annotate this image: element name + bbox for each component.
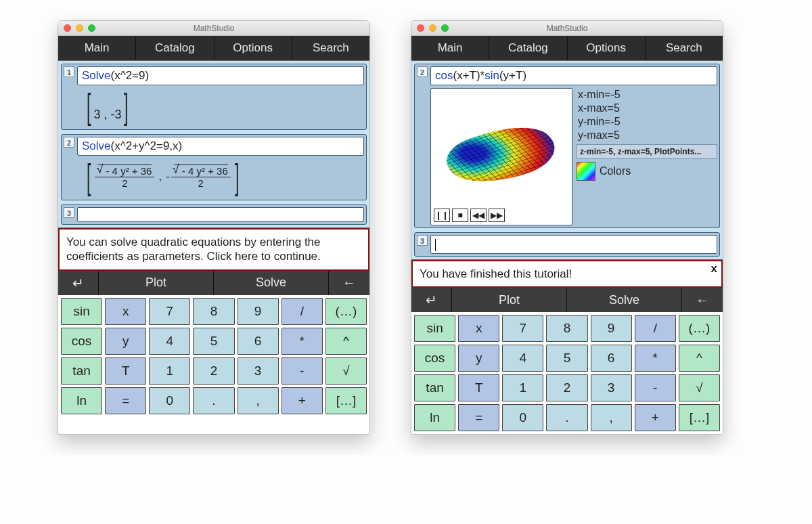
enter-button[interactable]: ↵ bbox=[58, 271, 99, 295]
key-7[interactable]: 7 bbox=[502, 315, 543, 342]
key-2[interactable]: 2 bbox=[546, 374, 587, 401]
key-[interactable]: * bbox=[281, 328, 323, 355]
key-y[interactable]: y bbox=[105, 328, 146, 355]
key-cos[interactable]: cos bbox=[61, 328, 102, 355]
param-extra[interactable]: z-min=-5, z-max=5, PlotPoints... bbox=[577, 144, 717, 159]
cell-1[interactable]: 1 Solve(x^2=9) [3 , -3] bbox=[61, 64, 367, 130]
key-y[interactable]: y bbox=[458, 345, 499, 372]
colors-label[interactable]: Colors bbox=[600, 165, 631, 177]
cell-output: [ - 4 y² + 36 2 , - - 4 y² + 36 2 bbox=[77, 156, 364, 198]
key-5[interactable]: 5 bbox=[546, 345, 587, 372]
close-tutorial-button[interactable]: x bbox=[711, 261, 717, 276]
key-1[interactable]: 1 bbox=[149, 357, 190, 385]
tab-options[interactable]: Options bbox=[215, 36, 292, 60]
key-[interactable]: = bbox=[105, 387, 146, 414]
expression-input[interactable]: Solve(x^2+y^2=9,x) bbox=[77, 137, 364, 156]
cell-3[interactable]: 3 bbox=[61, 204, 367, 225]
key-[interactable]: (…) bbox=[679, 315, 720, 342]
key-5[interactable]: 5 bbox=[193, 328, 234, 355]
plot-button[interactable]: Plot bbox=[99, 271, 214, 295]
key-[interactable]: - bbox=[635, 374, 676, 401]
cell-2[interactable]: 2 cos(x+T)*sin(y+T) ❙❙ ■ bbox=[414, 64, 720, 228]
key-[interactable]: + bbox=[281, 387, 323, 414]
plot-3d-surface[interactable] bbox=[434, 91, 569, 206]
tab-options[interactable]: Options bbox=[568, 36, 646, 60]
key-tan[interactable]: tan bbox=[414, 374, 455, 401]
param-xmin[interactable]: x-min=-5 bbox=[577, 88, 717, 102]
key-[interactable]: , bbox=[591, 404, 632, 431]
param-ymin[interactable]: y-min=-5 bbox=[577, 115, 717, 129]
solve-button[interactable]: Solve bbox=[214, 271, 329, 295]
key-x[interactable]: x bbox=[458, 315, 499, 342]
expression-input[interactable]: cos(x+T)*sin(y+T) bbox=[430, 66, 717, 85]
solve-button[interactable]: Solve bbox=[567, 288, 682, 312]
param-xmax[interactable]: x-max=5 bbox=[577, 102, 717, 115]
key-[interactable]: (…) bbox=[325, 298, 367, 325]
key-3[interactable]: 3 bbox=[238, 357, 279, 385]
key-[interactable]: […] bbox=[325, 387, 367, 414]
tab-main[interactable]: Main bbox=[58, 36, 136, 60]
plot-button[interactable]: Plot bbox=[452, 288, 567, 312]
key-6[interactable]: 6 bbox=[591, 345, 632, 372]
key-8[interactable]: 8 bbox=[546, 315, 587, 342]
param-ymax[interactable]: y-max=5 bbox=[577, 129, 717, 142]
key-[interactable]: ^ bbox=[325, 328, 367, 355]
key-3[interactable]: 3 bbox=[591, 374, 632, 401]
key-4[interactable]: 4 bbox=[149, 328, 190, 355]
key-0[interactable]: 0 bbox=[149, 387, 190, 414]
tutorial-text: You have finished this tutorial! bbox=[420, 267, 572, 280]
key-tan[interactable]: tan bbox=[61, 357, 102, 385]
tab-catalog[interactable]: Catalog bbox=[136, 36, 214, 60]
key-9[interactable]: 9 bbox=[591, 315, 632, 342]
pause-button[interactable]: ❙❙ bbox=[434, 209, 450, 222]
key-4[interactable]: 4 bbox=[502, 345, 543, 372]
cell-2[interactable]: 2 Solve(x^2+y^2=9,x) [ - 4 y² + 36 2 , bbox=[61, 134, 367, 200]
tab-catalog[interactable]: Catalog bbox=[489, 36, 567, 60]
key-9[interactable]: 9 bbox=[238, 298, 279, 325]
key-sin[interactable]: sin bbox=[61, 298, 102, 325]
key-1[interactable]: 1 bbox=[502, 374, 543, 401]
cell-number: 3 bbox=[64, 207, 74, 218]
key-7[interactable]: 7 bbox=[149, 298, 190, 325]
key-[interactable]: […] bbox=[679, 404, 720, 431]
color-swatch-icon[interactable] bbox=[577, 162, 595, 181]
key-[interactable]: + bbox=[635, 404, 676, 431]
key-[interactable]: / bbox=[635, 315, 676, 342]
backspace-button[interactable]: ← bbox=[682, 288, 723, 312]
expression-input[interactable]: Solve(x^2=9) bbox=[77, 66, 364, 85]
key-2[interactable]: 2 bbox=[193, 357, 234, 385]
stop-button[interactable]: ■ bbox=[452, 209, 468, 222]
rewind-button[interactable]: ◀◀ bbox=[470, 209, 487, 222]
key-t[interactable]: T bbox=[458, 374, 499, 401]
key-[interactable]: / bbox=[281, 298, 323, 325]
key-x[interactable]: x bbox=[105, 298, 146, 325]
forward-button[interactable]: ▶▶ bbox=[489, 209, 505, 222]
key-[interactable]: ^ bbox=[679, 345, 720, 372]
key-[interactable]: * bbox=[635, 345, 676, 372]
key-6[interactable]: 6 bbox=[238, 328, 279, 355]
key-cos[interactable]: cos bbox=[414, 345, 455, 372]
key-ln[interactable]: ln bbox=[414, 404, 455, 431]
tab-search[interactable]: Search bbox=[646, 36, 723, 60]
key-[interactable]: . bbox=[546, 404, 587, 431]
key-[interactable]: √ bbox=[679, 374, 720, 401]
key-sin[interactable]: sin bbox=[414, 315, 455, 342]
tab-search[interactable]: Search bbox=[292, 36, 369, 60]
cell-3[interactable]: 3 bbox=[414, 232, 720, 257]
key-8[interactable]: 8 bbox=[193, 298, 234, 325]
tab-main[interactable]: Main bbox=[411, 36, 489, 60]
key-[interactable]: . bbox=[193, 387, 234, 414]
tutorial-banner[interactable]: You have finished this tutorial! x bbox=[411, 260, 723, 288]
backspace-button[interactable]: ← bbox=[329, 271, 369, 295]
tutorial-banner[interactable]: You can solve quadratic equations by ent… bbox=[58, 228, 369, 271]
key-[interactable]: √ bbox=[325, 357, 367, 385]
expression-input[interactable] bbox=[430, 235, 717, 254]
key-[interactable]: = bbox=[458, 404, 499, 431]
key-0[interactable]: 0 bbox=[502, 404, 543, 431]
key-t[interactable]: T bbox=[105, 357, 146, 385]
key-ln[interactable]: ln bbox=[61, 387, 102, 414]
expression-input[interactable] bbox=[77, 207, 364, 222]
key-[interactable]: - bbox=[281, 357, 323, 385]
enter-button[interactable]: ↵ bbox=[411, 288, 452, 312]
key-[interactable]: , bbox=[238, 387, 279, 414]
